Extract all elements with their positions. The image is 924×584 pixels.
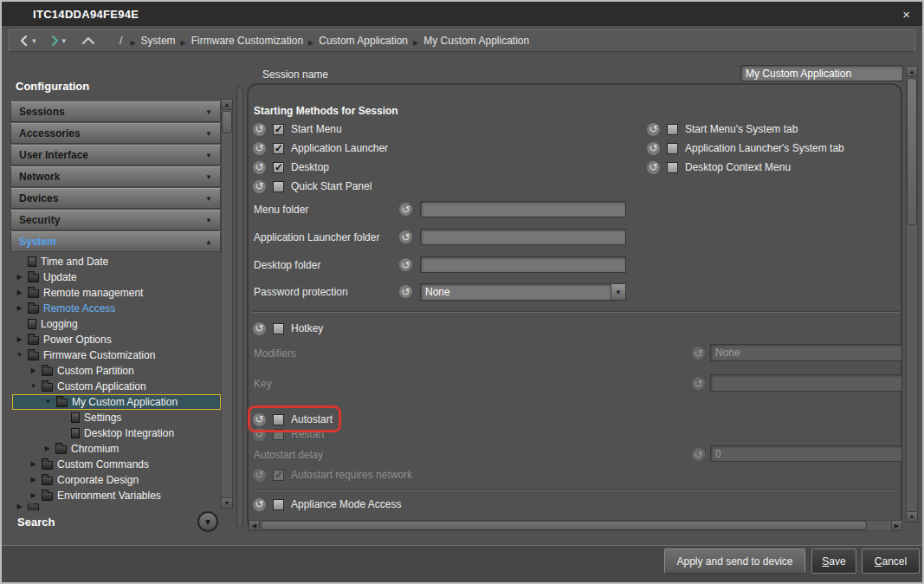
undo-icon[interactable] (647, 161, 660, 174)
search-expand-icon[interactable] (197, 511, 218, 532)
tree-item-custom-partition[interactable]: Custom Partition (12, 363, 221, 379)
search-label: Search (17, 516, 55, 529)
undo-icon[interactable] (647, 123, 660, 136)
menu-folder-input[interactable] (420, 201, 626, 217)
save-button[interactable]: Save (811, 548, 856, 574)
content-scroll-right-icon[interactable]: ▶ (891, 520, 902, 531)
application-launcher-system-tab-checkbox[interactable] (667, 143, 678, 154)
expand-icon[interactable] (29, 472, 37, 488)
desktop-checkbox[interactable] (273, 162, 284, 173)
tree-item-corporate-design[interactable]: Corporate Design (12, 472, 221, 488)
undo-icon[interactable] (647, 142, 660, 155)
appliance-mode-access-checkbox[interactable] (273, 499, 284, 510)
expand-icon[interactable] (29, 363, 37, 379)
button-label: Cancel (875, 555, 907, 568)
menu-folder-label: Menu folder (254, 204, 308, 216)
section-sessions[interactable]: Sessions (10, 101, 221, 122)
section-devices[interactable]: Devices (10, 188, 221, 209)
sidebar-scroll-down-icon[interactable]: ▼ (221, 497, 233, 509)
session-name-input[interactable] (740, 65, 903, 81)
expand-icon[interactable] (16, 332, 23, 347)
undo-icon[interactable] (253, 322, 266, 335)
breadcrumb-separator-icon (130, 33, 135, 49)
section-security[interactable]: Security (10, 210, 221, 230)
undo-icon[interactable] (399, 230, 412, 243)
forward-icon[interactable] (48, 32, 61, 49)
back-icon[interactable] (18, 32, 30, 49)
application-launcher-folder-input[interactable] (420, 229, 626, 245)
tree-item-time-and-date[interactable]: Time and Date (12, 254, 221, 269)
breadcrumb-item-firmware-customization[interactable]: Firmware Customization (191, 35, 303, 47)
tree-item-chromium[interactable]: Chromium (12, 441, 221, 457)
content-vscroll-thumb[interactable] (907, 78, 917, 225)
start-menu-checkbox[interactable] (273, 124, 284, 135)
desktop-folder-input[interactable] (420, 256, 626, 273)
tree-item-firmware-customization[interactable]: Firmware Customization (12, 347, 221, 363)
expand-icon[interactable] (16, 285, 23, 301)
tree-item-custom-commands[interactable]: Custom Commands (12, 457, 221, 472)
expand-icon[interactable] (16, 269, 23, 285)
up-level-icon[interactable] (81, 32, 95, 49)
quick-start-panel-checkbox[interactable] (273, 181, 284, 192)
tree-item-custom-application[interactable]: Custom Application (12, 379, 221, 394)
breadcrumb-root[interactable]: / (120, 35, 122, 47)
expand-icon[interactable] (43, 441, 51, 457)
section-system[interactable]: System (10, 231, 221, 252)
expand-icon[interactable] (29, 457, 37, 472)
content-scroll-left-icon[interactable]: ◀ (249, 520, 260, 531)
tree-item-remote-management[interactable]: Remote management (12, 285, 221, 301)
undo-icon[interactable] (399, 258, 412, 271)
undo-icon[interactable] (253, 180, 266, 193)
collapse-icon[interactable] (29, 379, 37, 394)
tree-item-label: Power Options (43, 334, 112, 346)
section-accessories[interactable]: Accessories (10, 123, 221, 144)
undo-icon[interactable] (399, 203, 412, 216)
tree-item-environment-variables[interactable]: Environment Variables (12, 488, 221, 503)
collapse-icon[interactable] (44, 394, 52, 410)
forward-history-caret-icon[interactable]: ▾ (62, 36, 67, 45)
tree-item-desktop-integration[interactable]: Desktop Integration (12, 425, 221, 441)
content-scroll-up-icon[interactable]: ▲ (906, 66, 918, 77)
section-label: User Interface (19, 149, 88, 161)
undo-icon[interactable] (399, 285, 412, 298)
undo-icon[interactable] (253, 498, 266, 511)
collapse-icon[interactable] (16, 347, 23, 363)
dropdown-arrow-icon[interactable] (611, 284, 625, 300)
hotkey-checkbox[interactable] (273, 323, 284, 334)
sidebar-scrollbar (221, 99, 233, 509)
desktop-context-menu-checkbox[interactable] (667, 162, 678, 173)
content-hscroll-thumb[interactable] (261, 521, 867, 530)
back-history-caret-icon[interactable]: ▾ (32, 36, 36, 45)
tree-item-my-custom-application[interactable]: My Custom Application (12, 394, 221, 410)
close-icon[interactable]: × (902, 7, 922, 22)
tree-item-settings[interactable]: Settings (12, 410, 221, 425)
start-menu-system-tab-checkbox[interactable] (667, 124, 678, 135)
expand-icon[interactable] (29, 488, 37, 503)
apply-and-send-button[interactable]: Apply and send to device (664, 548, 805, 574)
tree-item-logging[interactable]: Logging (12, 316, 221, 332)
tree-item-remote-access[interactable]: Remote Access (12, 301, 221, 316)
breadcrumb-item-my-custom-application[interactable]: My Custom Application (423, 35, 529, 47)
sidebar-scroll-thumb[interactable] (222, 111, 232, 133)
tree-item-label: Custom Application (57, 380, 146, 393)
section-network[interactable]: Network (10, 166, 221, 187)
undo-icon[interactable] (253, 161, 266, 174)
application-launcher-checkbox[interactable] (273, 143, 284, 154)
modifiers-input (710, 344, 902, 361)
tree-item-update[interactable]: Update (12, 269, 221, 285)
tree-item-power-options[interactable]: Power Options (12, 332, 221, 347)
expand-icon[interactable] (16, 301, 23, 316)
sidebar-scroll-up-icon[interactable]: ▲ (221, 99, 233, 110)
content-scroll-down-icon[interactable]: ▼ (906, 511, 918, 522)
starting-methods-title: Starting Methods for Session (254, 105, 398, 117)
undo-icon[interactable] (253, 142, 266, 155)
nav-toolbar: ▾ ▾ / System Firmware Customization Cust… (9, 29, 915, 52)
breadcrumb-item-system[interactable]: System (141, 35, 176, 47)
splitter-handle[interactable] (236, 86, 243, 529)
undo-icon[interactable] (253, 123, 266, 136)
password-protection-select[interactable]: None (420, 283, 626, 301)
cancel-button[interactable]: Cancel (862, 548, 920, 574)
undo-icon (692, 347, 705, 360)
section-user-interface[interactable]: User Interface (10, 145, 221, 165)
breadcrumb-item-custom-application[interactable]: Custom Application (319, 35, 408, 47)
